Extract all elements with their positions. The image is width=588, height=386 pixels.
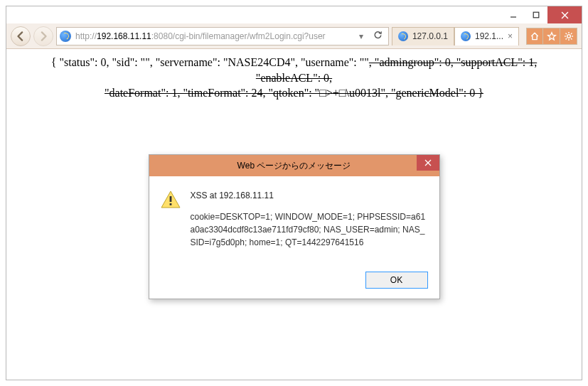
tab-strip: 127.0.0.1 192.1... × (392, 27, 519, 45)
tab-favicon-icon (398, 31, 408, 41)
browser-window: http://192.168.11.11:8080/cgi-bin/filema… (6, 6, 582, 380)
json-segment-plain: { "status": 0, "sid": "", "servername": … (51, 56, 369, 68)
tab-inactive[interactable]: 127.0.0.1 (392, 27, 454, 45)
svg-point-4 (567, 34, 570, 38)
dialog-body: XSS at 192.168.11.11 cookie=DESKTOP=1; W… (149, 176, 439, 266)
forward-button[interactable] (33, 26, 53, 46)
back-button[interactable] (11, 26, 31, 46)
close-icon (424, 159, 432, 166)
svg-rect-1 (533, 12, 539, 18)
gear-icon (564, 31, 574, 41)
home-icon (530, 31, 540, 41)
dialog-message: XSS at 192.168.11.11 cookie=DESKTOP=1; W… (191, 189, 428, 257)
dialog-close-button[interactable] (417, 155, 439, 171)
home-button[interactable] (526, 28, 543, 45)
tools-button[interactable] (560, 28, 577, 45)
window-close-button[interactable] (547, 6, 582, 23)
tab-active[interactable]: 192.1... × (454, 27, 519, 45)
url-path: :8080/cgi-bin/filemanager/wfm2Login.cgi?… (151, 31, 326, 41)
address-dropdown-icon[interactable]: ▾ (356, 31, 366, 41)
nav-bar: http://192.168.11.11:8080/cgi-bin/filema… (6, 23, 582, 49)
svg-line-10 (571, 38, 572, 39)
json-segment-struck-2: "dateFormat": 1, "timeFormat": 24, "qtok… (105, 87, 483, 99)
tab-close-icon[interactable]: × (508, 31, 513, 41)
refresh-button[interactable] (370, 31, 385, 42)
tab-label: 127.0.0.1 (412, 31, 448, 41)
url-text: http://192.168.11.11:8080/cgi-bin/filema… (75, 31, 352, 41)
svg-rect-16 (169, 203, 171, 205)
dialog-actions: OK (149, 266, 439, 299)
svg-line-11 (571, 33, 572, 33)
dialog-text: cookie=DESKTOP=1; WINDOW_MODE=1; PHPSESS… (191, 210, 428, 249)
dialog-title: Web ページからのメッセージ (237, 160, 351, 171)
maximize-button[interactable] (525, 6, 547, 23)
favorites-button[interactable] (543, 28, 560, 45)
window-titlebar (6, 6, 582, 23)
ok-button[interactable]: OK (365, 272, 428, 289)
alert-dialog: Web ページからのメッセージ XSS at 192.168.11.11 coo… (149, 154, 440, 299)
page-json-output: { "status": 0, "sid": "", "servername": … (19, 55, 569, 101)
star-icon (547, 31, 557, 41)
titlebar-spacer (6, 6, 502, 23)
tab-label: 192.1... (475, 31, 503, 41)
dialog-titlebar: Web ページからのメッセージ (149, 155, 439, 176)
page-viewport: { "status": 0, "sid": "", "servername": … (6, 49, 582, 380)
minimize-button[interactable] (502, 6, 525, 23)
ie-favicon-icon (60, 31, 71, 42)
dialog-heading: XSS at 192.168.11.11 (191, 189, 428, 202)
svg-line-9 (565, 33, 566, 33)
url-scheme: http:// (75, 31, 97, 41)
refresh-icon (373, 31, 383, 40)
toolbar-right (522, 27, 577, 45)
svg-rect-15 (169, 196, 171, 202)
address-bar[interactable]: http://192.168.11.11:8080/cgi-bin/filema… (56, 27, 389, 45)
warning-icon (161, 191, 181, 209)
url-host: 192.168.11.11 (97, 31, 151, 41)
tab-favicon-icon (461, 31, 471, 41)
svg-line-12 (565, 38, 566, 39)
